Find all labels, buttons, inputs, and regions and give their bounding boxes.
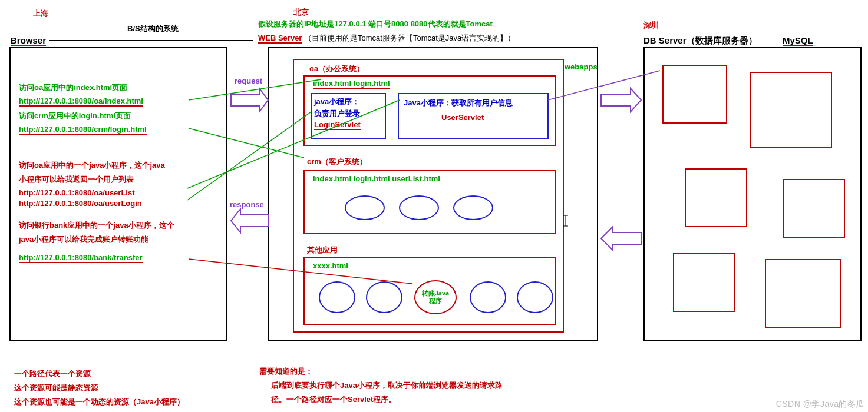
- other-title: 其他应用: [307, 245, 338, 255]
- browser-line-1: 访问oa应用中的index.html页面: [19, 82, 127, 93]
- browser-line-10: java小程序可以给我完成账户转账功能: [19, 234, 148, 245]
- crm-box: index.html login.html userList.html: [303, 170, 556, 234]
- login-servlet-l1: java小程序：: [314, 97, 359, 107]
- footer-note-2: 后端到底要执行哪个Java小程序，取决于你前端浏览器发送的请求路: [271, 380, 503, 391]
- browser-line-4: http://127.0.0.1:8080/crm/login.html: [19, 125, 147, 135]
- other-ellipse-4: [470, 281, 506, 313]
- login-servlet-l3: LoginServlet: [314, 120, 361, 130]
- other-files: xxxx.html: [313, 261, 348, 270]
- oa-title: oa（办公系统）: [309, 64, 364, 74]
- footer-2: 这个资源可能是静态资源: [14, 383, 98, 393]
- label-ip-assumption: 假设服务器的IP地址是127.0.0.1 端口号8080 8080代表的就是To…: [258, 19, 493, 29]
- browser-line-9: 访问银行bank应用中的一个java小程序，这个: [19, 220, 174, 231]
- label-bs-system: B/S结构的系统: [127, 24, 179, 34]
- label-beijing: 北京: [293, 7, 309, 18]
- browser-line-8: http://127.0.0.1:8080/oa/userLogin: [19, 199, 142, 208]
- label-web-server: WEB Server （目前使用的是Tomcat服务器【Tomcat是Java语…: [258, 33, 515, 44]
- db-server-box: [643, 47, 862, 341]
- label-web-server-note: （目前使用的是Tomcat服务器【Tomcat是Java语言实现的】）: [304, 34, 515, 42]
- label-shenzhen: 深圳: [643, 20, 659, 31]
- other-box: xxxx.html 转账Java 程序: [303, 257, 556, 325]
- label-request: request: [235, 77, 262, 85]
- crm-ellipse-1: [345, 195, 385, 220]
- user-servlet-l2: UserServlet: [441, 113, 484, 122]
- other-ellipse-5: [517, 281, 553, 313]
- db-rect-5: [673, 253, 735, 312]
- label-browser: Browser: [11, 35, 46, 46]
- oa-box: index.html login.html java小程序： 负责用户登录 Lo…: [303, 75, 556, 146]
- footer-note-3: 径。一个路径对应一个Servlet程序。: [271, 394, 396, 405]
- db-rect-3: [685, 168, 747, 227]
- crm-files: index.html login.html userList.html: [313, 174, 440, 183]
- crm-ellipse-3: [453, 195, 493, 220]
- crm-ellipse-2: [399, 195, 439, 220]
- db-rect-6: [765, 259, 841, 328]
- webapps-box: oa（办公系统） index.html login.html java小程序： …: [293, 59, 564, 333]
- transfer-l2: 程序: [429, 297, 442, 304]
- other-ellipse-1: [319, 281, 355, 313]
- web-server-box: oa（办公系统） index.html login.html java小程序： …: [268, 47, 598, 341]
- label-mysql: MySQL: [783, 35, 813, 46]
- oa-files: index.html login.html: [313, 79, 390, 89]
- footer-3: 这个资源也可能是一个动态的资源（Java小程序）: [14, 397, 184, 407]
- crm-title: crm（客户系统）: [307, 157, 367, 167]
- browser-line-7: http://127.0.0.1:8080/oa/userList: [19, 188, 135, 197]
- login-servlet-box: java小程序： 负责用户登录 LoginServlet: [311, 93, 386, 139]
- user-servlet-box: Java小程序：获取所有用户信息 UserServlet: [398, 93, 549, 139]
- login-servlet-l2: 负责用户登录: [314, 108, 360, 119]
- transfer-l1: 转账Java: [422, 290, 449, 297]
- label-shanghai: 上海: [33, 8, 48, 19]
- label-db-server: DB Server（数据库服务器）: [643, 35, 757, 46]
- browser-line-5: 访问oa应用中的一个java小程序，这个java: [19, 160, 165, 171]
- label-web-server-name: WEB Server: [258, 34, 302, 44]
- transfer-ellipse: 转账Java 程序: [414, 280, 457, 314]
- browser-line-2: http://127.0.0.1:8080/oa/index.html: [19, 97, 143, 107]
- browser-line-11: http://127.0.0.1:8080/bank/transfer: [19, 253, 143, 263]
- db-rect-1: [662, 65, 727, 124]
- watermark: CSDN @学Java的冬瓜: [776, 399, 864, 410]
- db-rect-4: [783, 179, 845, 238]
- label-response: response: [230, 200, 264, 209]
- browser-line-3: 访问crm应用中的login.html页面: [19, 111, 131, 121]
- browser-box: 访问oa应用中的index.html页面 http://127.0.0.1:80…: [9, 47, 227, 341]
- other-ellipse-2: [366, 281, 402, 313]
- footer-1: 一个路径代表一个资源: [14, 368, 91, 379]
- user-servlet-l1: Java小程序：获取所有用户信息: [404, 98, 513, 108]
- db-rect-2: [750, 72, 832, 148]
- browser-line-6: 小程序可以给我返回一个用户列表: [19, 174, 134, 185]
- footer-note-1: 需要知道的是：: [259, 366, 313, 377]
- label-webapps: webapps: [565, 62, 598, 71]
